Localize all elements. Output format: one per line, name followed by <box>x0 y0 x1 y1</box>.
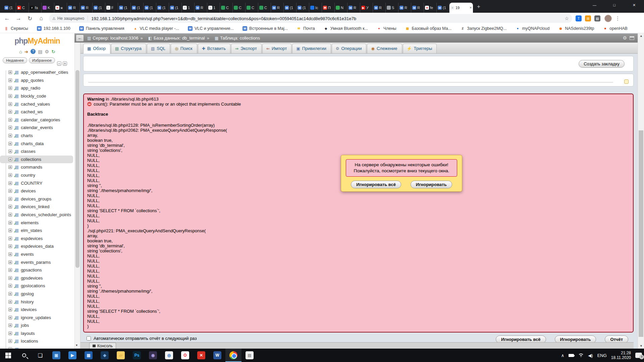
table-tree-item[interactable]: + ▦ ✓ jobs <box>0 321 74 329</box>
bookmark-item[interactable]: M Панель управления <box>79 26 124 31</box>
expand-plus-icon[interactable]: + <box>8 300 12 304</box>
table-tree-item[interactable]: + ▦ ✓ idevices <box>0 306 74 314</box>
pma-tab[interactable]: ✚ Вставить <box>198 44 230 53</box>
table-tree-item[interactable]: + ▦ ✓ layouts <box>0 329 74 338</box>
expand-plus-icon[interactable]: + <box>8 229 12 232</box>
table-name[interactable]: charts <box>21 133 33 138</box>
favorite-tables-button[interactable]: Избранное <box>29 57 55 63</box>
browser-tab[interactable]: C <box>258 3 271 13</box>
scroll-up-icon[interactable]: ▲ <box>638 33 644 39</box>
pma-tab[interactable]: ▣ Привилегии <box>292 44 331 53</box>
browser-tab[interactable]: M (1 <box>3 3 16 13</box>
browser-tab[interactable]: C <box>233 3 246 13</box>
table-name[interactable]: devices_linked <box>21 204 49 209</box>
bookmark-item[interactable]: ▤ Базовый образ Ма... <box>405 26 452 31</box>
table-name[interactable]: espdevices <box>21 236 43 241</box>
ignore-button[interactable]: Игнорировать <box>411 181 452 188</box>
table-name[interactable]: gpsactions <box>21 267 42 273</box>
bookmark-item[interactable]: ▲ VLC media player -... <box>133 26 179 31</box>
table-name[interactable]: devices_scheduler_points <box>21 212 71 217</box>
breadcrumb-table[interactable]: Таблица: collections <box>220 36 260 41</box>
battery-icon[interactable] <box>569 354 574 357</box>
tab-close-icon[interactable]: ✕ <box>469 6 472 9</box>
table-name[interactable]: cached_ws <box>21 109 43 114</box>
pma-tab[interactable]: ⇒ Экспорт <box>231 44 262 53</box>
browser-tab[interactable]: M (1 <box>169 3 182 13</box>
taskbar-search-button[interactable] <box>16 349 32 362</box>
browser-tab[interactable]: M (1 <box>297 3 309 13</box>
extension-icon[interactable]: T <box>576 15 582 21</box>
expand-plus-icon[interactable]: + <box>8 276 12 280</box>
table-tree-item[interactable]: + ▦ ✓ ignore_updates <box>0 313 74 321</box>
browser-tab[interactable]: M R <box>411 3 424 13</box>
expand-plus-icon[interactable]: + <box>8 268 12 272</box>
table-tree-item[interactable]: + ▦ ✓ calendar_categories <box>0 116 74 124</box>
expand-plus-icon[interactable]: + <box>8 339 12 343</box>
table-name[interactable]: ignore_updates <box>21 315 51 320</box>
breadcrumb-server[interactable]: Сервер: localhost:3306 <box>93 36 138 41</box>
expand-plus-icon[interactable]: + <box>8 252 12 256</box>
browser-tab[interactable]: ✉ П <box>322 3 335 13</box>
table-name[interactable]: country <box>21 173 35 178</box>
expand-plus-icon[interactable]: + <box>8 181 12 185</box>
reload-icon[interactable]: ↻ <box>25 14 34 23</box>
auto-report-checkbox[interactable] <box>87 336 91 341</box>
table-tree-item[interactable]: + ▦ ✓ history <box>0 298 74 306</box>
table-tree-item[interactable]: + ▦ ✓ country <box>0 171 74 179</box>
pma-tab[interactable]: ⇐ Импорт <box>262 44 292 53</box>
page-scrollbar[interactable]: ▲ ▼ <box>638 33 644 349</box>
expand-plus-icon[interactable]: + <box>8 331 12 335</box>
home-icon[interactable]: ⌂ <box>37 14 46 23</box>
sidebar-scrollbar[interactable] <box>74 43 80 349</box>
browser-tab[interactable]: N <box>335 3 347 13</box>
start-button[interactable] <box>0 349 16 362</box>
table-name[interactable]: elements <box>21 220 39 225</box>
bookmark-item[interactable]: Z Запуск Zigbee2MQ... <box>460 26 506 31</box>
forward-icon[interactable]: → <box>14 14 23 23</box>
wifi-icon[interactable] <box>578 353 584 357</box>
table-name[interactable]: history <box>21 299 34 304</box>
table-tree-item[interactable]: + ▦ ✓ espdevices <box>0 234 74 242</box>
browser-tab[interactable]: C <box>220 3 233 13</box>
browser-tab[interactable]: M (1 <box>437 3 449 13</box>
table-name[interactable]: commands <box>21 165 42 170</box>
bookmark-item[interactable]: ■ openHAB <box>603 26 628 31</box>
settings-gear-icon[interactable]: ⚙ <box>45 49 49 54</box>
pma-tab[interactable]: ⚙ Операции <box>332 44 367 53</box>
expand-plus-icon[interactable]: + <box>8 110 12 114</box>
security-chip[interactable]: ⚠ Не защищено <box>52 16 84 21</box>
table-tree-item[interactable]: + ▦ ✓ app_quotes <box>0 76 74 84</box>
browser-tab[interactable]: S <box>386 3 398 13</box>
browser-tab[interactable]: Я fe <box>424 3 437 13</box>
expand-plus-icon[interactable]: + <box>8 126 12 129</box>
table-name[interactable]: gpslocations <box>21 283 45 288</box>
table-name[interactable]: app_quotes <box>21 78 44 83</box>
expand-plus-icon[interactable]: + <box>8 134 12 137</box>
pma-window-icon[interactable] <box>630 36 634 40</box>
table-tree-item[interactable]: + ▦ ✓ locations <box>0 337 74 345</box>
expand-plus-icon[interactable]: + <box>8 102 12 106</box>
table-tree-item[interactable]: + ▦ ✓ cached_ws <box>0 108 74 116</box>
expand-plus-icon[interactable]: + <box>8 173 12 177</box>
table-tree-item[interactable]: + ▦ ✓ classes <box>0 147 74 156</box>
minimize-button[interactable]: — <box>585 0 604 10</box>
expand-plus-icon[interactable]: + <box>8 308 12 311</box>
browser-tab[interactable]: M (1 <box>144 3 156 13</box>
browser-tab[interactable]: M R <box>271 3 284 13</box>
browser-tab[interactable]: ≡ F <box>105 3 118 13</box>
create-bookmark-button[interactable]: Создать закладку <box>579 60 625 68</box>
expand-plus-icon[interactable]: + <box>8 189 12 193</box>
breadcrumb-back-button[interactable]: ← <box>76 35 84 42</box>
table-name[interactable]: gpslog <box>21 291 34 296</box>
table-name[interactable]: events <box>21 252 34 257</box>
home-icon[interactable]: ⌂ <box>19 49 22 54</box>
table-tree-item[interactable]: + ▦ ✓ devices_linked <box>0 203 74 211</box>
table-tree-item[interactable]: + ▦ ✓ <box>0 345 74 349</box>
table-name[interactable]: locations <box>21 339 38 344</box>
help-icon[interactable]: ? <box>31 49 36 54</box>
notification-center-icon[interactable]: 7 <box>635 353 642 358</box>
expand-plus-icon[interactable]: + <box>8 165 12 169</box>
table-tree-item[interactable]: + ▦ ✓ elm_states <box>0 227 74 235</box>
browser-tab[interactable]: ▶ У <box>360 3 373 13</box>
profile-avatar[interactable] <box>604 15 612 22</box>
